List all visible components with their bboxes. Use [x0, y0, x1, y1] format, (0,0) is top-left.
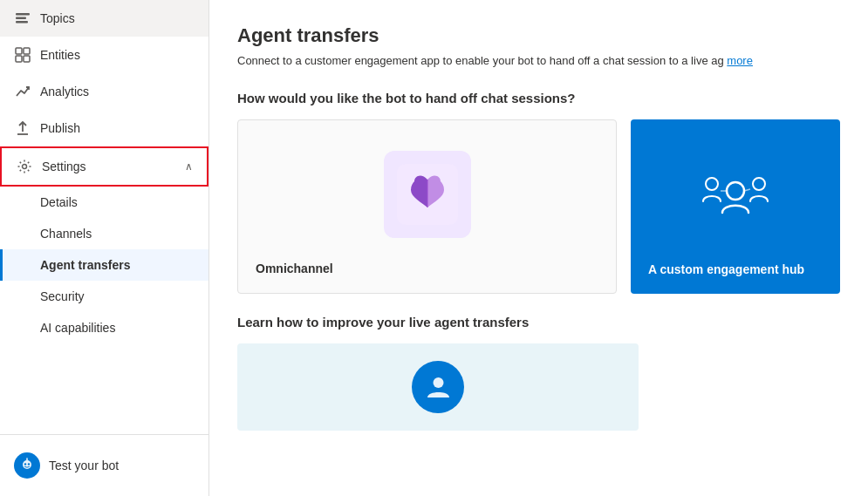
omnichannel-card[interactable]: Omnichannel	[237, 119, 617, 294]
test-your-bot-button[interactable]: Test your bot	[0, 444, 208, 487]
sidebar-subitem-ai-capabilities[interactable]: AI capabilities	[0, 312, 208, 343]
sidebar-item-analytics[interactable]: Analytics	[0, 73, 208, 110]
sidebar-bottom: Test your bot	[0, 434, 208, 496]
sidebar-item-topics[interactable]: Topics	[0, 0, 208, 37]
entities-icon	[14, 47, 31, 63]
svg-rect-4	[24, 48, 30, 54]
svg-point-9	[23, 165, 27, 169]
svg-point-12	[28, 463, 30, 465]
description-text: Connect to a customer engagement app to …	[237, 54, 724, 67]
topics-icon	[14, 10, 31, 26]
omnichannel-title: Omnichannel	[256, 262, 333, 275]
handoff-question: How would you like the bot to hand off c…	[237, 91, 840, 105]
main-content: Agent transfers Connect to a customer en…	[209, 0, 868, 496]
publish-icon	[14, 120, 31, 136]
custom-hub-card[interactable]: A custom engagement hub	[631, 119, 840, 294]
svg-rect-1	[16, 17, 26, 20]
test-your-bot-label: Test your bot	[49, 459, 119, 472]
cards-row: Omnichannel	[237, 119, 840, 294]
page-title: Agent transfers	[237, 24, 840, 47]
svg-point-16	[727, 182, 744, 200]
channels-label: Channels	[40, 227, 92, 241]
svg-point-11	[24, 463, 26, 465]
sidebar-item-publish[interactable]: Publish	[0, 110, 208, 146]
ai-capabilities-label: AI capabilities	[40, 321, 115, 335]
settings-icon	[16, 159, 33, 174]
svg-point-17	[706, 178, 718, 190]
learn-more-link[interactable]: more	[727, 54, 753, 67]
settings-label: Settings	[42, 160, 176, 173]
custom-hub-title: A custom engagement hub	[648, 262, 804, 276]
learn-card-avatar	[412, 361, 464, 413]
publish-label: Publish	[40, 121, 195, 135]
svg-rect-0	[16, 13, 30, 16]
page-description: Connect to a customer engagement app to …	[237, 52, 840, 70]
sidebar: Topics Entities Analytics	[0, 0, 209, 496]
omnichannel-icon-area	[256, 138, 598, 251]
sidebar-item-entities[interactable]: Entities	[0, 37, 208, 73]
omnichannel-logo	[384, 151, 471, 238]
svg-point-14	[26, 458, 28, 459]
sidebar-subitem-details[interactable]: Details	[0, 187, 208, 218]
settings-chevron: ∧	[185, 160, 193, 173]
details-label: Details	[40, 195, 78, 209]
entities-label: Entities	[40, 48, 195, 62]
custom-hub-icon-area	[696, 137, 775, 262]
sidebar-nav: Topics Entities Analytics	[0, 0, 208, 434]
learn-card[interactable]	[237, 343, 639, 431]
security-label: Security	[40, 289, 85, 303]
sidebar-subitem-agent-transfers[interactable]: Agent transfers	[0, 249, 208, 281]
bot-icon	[14, 452, 40, 479]
sidebar-subitem-security[interactable]: Security	[0, 281, 208, 312]
analytics-label: Analytics	[40, 85, 195, 99]
svg-rect-3	[16, 48, 22, 54]
agent-transfers-label: Agent transfers	[40, 258, 130, 272]
sidebar-subitem-channels[interactable]: Channels	[0, 218, 208, 249]
svg-rect-2	[16, 21, 28, 24]
svg-point-18	[753, 178, 765, 190]
svg-point-21	[433, 377, 443, 388]
analytics-icon	[14, 84, 31, 99]
learn-section-heading: Learn how to improve your live agent tra…	[237, 315, 840, 330]
svg-rect-5	[16, 56, 22, 62]
svg-rect-6	[24, 56, 30, 62]
sidebar-item-settings[interactable]: Settings ∧	[0, 146, 208, 187]
topics-label: Topics	[40, 11, 195, 25]
